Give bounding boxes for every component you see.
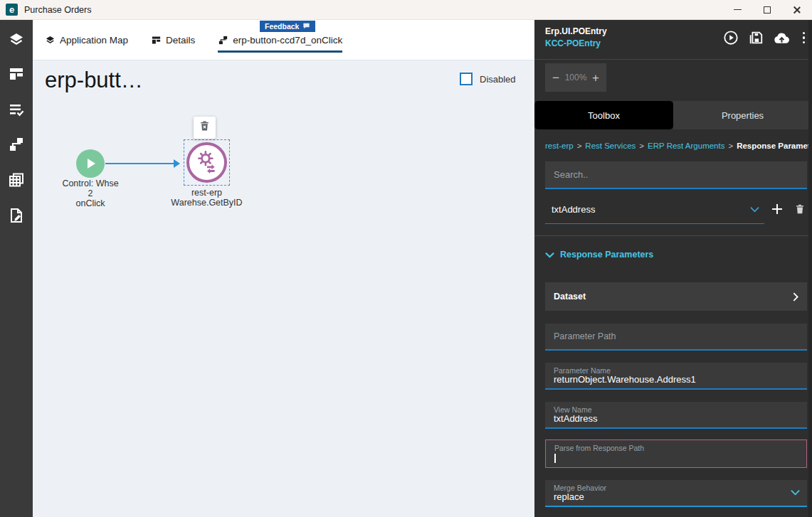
view-name-value: txtAddress: [554, 413, 597, 424]
chevron-down-icon[interactable]: [750, 206, 759, 213]
disabled-checkbox-row[interactable]: Disabled: [460, 73, 516, 85]
kebab-menu-button[interactable]: [800, 31, 808, 46]
flow-node-rest-label: rest-erp Warehse.GetByID: [157, 188, 257, 208]
section-title: Response Parameters: [560, 250, 653, 260]
trash-x-icon: [199, 120, 211, 135]
properties-panel: Erp.UI.POEntry KCC-POEntry − 100% + To: [534, 20, 812, 517]
cloud-upload-button[interactable]: [773, 30, 791, 46]
search-input[interactable]: [545, 161, 807, 189]
speech-bubble-icon: [302, 22, 310, 31]
panel-header: Erp.UI.POEntry KCC-POEntry: [534, 20, 812, 60]
flow-node-start[interactable]: [76, 149, 105, 178]
save-button[interactable]: [748, 30, 764, 46]
chevron-down-icon: [545, 248, 554, 261]
tab-properties[interactable]: Properties: [673, 101, 812, 129]
feedback-label: Feedback: [265, 22, 299, 31]
dataset-row[interactable]: Dataset: [545, 282, 807, 311]
feedback-button[interactable]: Feedback: [260, 21, 315, 32]
tab-label: Application Map: [60, 35, 128, 46]
checklist-icon: [8, 101, 25, 118]
zoom-control: − 100% +: [545, 63, 606, 92]
app-window: e Purchase Orders: [0, 0, 812, 517]
section-response-parameters[interactable]: Response Parameters: [545, 248, 653, 261]
minimize-icon: [734, 9, 742, 11]
breadcrumb-rest-services[interactable]: Rest Services: [585, 142, 636, 150]
disabled-label: Disabled: [480, 74, 516, 85]
panel-scrollbar[interactable]: [808, 20, 812, 517]
sidebar-item-layout[interactable]: [8, 65, 25, 82]
close-button[interactable]: [782, 0, 812, 19]
window-title: Purchase Orders: [24, 5, 91, 15]
tab-application-map[interactable]: Application Map: [45, 35, 128, 53]
view-name-field[interactable]: View Name txtAddress: [545, 402, 807, 429]
maximize-icon: [764, 6, 771, 14]
maximize-button[interactable]: [752, 0, 782, 19]
merge-behavior-dropdown[interactable]: Merge Behavior replace: [545, 480, 807, 507]
flow-node-rest-erp[interactable]: [186, 142, 227, 183]
page-title: erp-butt…: [45, 68, 143, 93]
selector-underline: [545, 223, 764, 225]
tab-label: Details: [166, 35, 195, 46]
play-icon: [88, 159, 95, 169]
layers-icon: [45, 35, 56, 46]
tab-toolbox[interactable]: Toolbox: [534, 101, 673, 129]
arrowhead-icon: [174, 159, 180, 168]
parameter-path-field[interactable]: Parameter Path: [545, 324, 807, 351]
parse-from-response-path-field[interactable]: Parse from Response Path: [545, 439, 807, 468]
flow-canvas[interactable]: erp-butt… Disabled Control: Whse 2 onCli…: [33, 60, 534, 517]
parameter-path-placeholder: Parameter Path: [554, 331, 616, 341]
parameter-selector-row: txtAddress: [545, 198, 807, 224]
minimize-button[interactable]: [722, 0, 752, 19]
parameter-name-field[interactable]: Parameter Name returnObject.Warehouse.Ad…: [545, 363, 807, 390]
preview-play-button[interactable]: [723, 30, 739, 46]
sidebar-item-application-map[interactable]: [8, 31, 25, 48]
breadcrumb-separator: >: [728, 142, 733, 150]
parameter-name-value: returnObject.Warehouse.Address1: [554, 374, 696, 385]
breadcrumb-rest-erp[interactable]: rest-erp: [545, 142, 574, 150]
left-sidebar: [0, 20, 33, 517]
epicor-logo-icon: e: [6, 4, 18, 16]
chevron-right-icon: [793, 292, 798, 302]
sidebar-item-grids[interactable]: [8, 171, 25, 188]
flow-node-start-label: Control: Whse 2 onClick: [48, 178, 133, 208]
add-parameter-button[interactable]: [771, 203, 783, 215]
merge-behavior-value: replace: [554, 491, 584, 502]
parse-from-response-path-label: Parse from Response Path: [554, 444, 644, 452]
gear-sync-icon: [195, 149, 219, 176]
breadcrumb-response-parameters: Response Parameters: [737, 142, 812, 150]
layer-link[interactable]: KCC-POEntry: [545, 38, 601, 48]
sidebar-item-script-editor[interactable]: [8, 207, 25, 224]
sidebar-item-checklist[interactable]: [8, 101, 25, 118]
zoom-level: 100%: [565, 73, 587, 82]
disabled-checkbox[interactable]: [460, 73, 473, 85]
zoom-in-button[interactable]: +: [592, 72, 599, 84]
dataset-label: Dataset: [554, 292, 586, 302]
document-edit-icon: [8, 207, 25, 224]
chevron-down-icon: [791, 489, 800, 496]
parameter-selector[interactable]: txtAddress: [552, 204, 595, 215]
workflow-icon: [8, 136, 25, 153]
panel-tabs: Toolbox Properties: [534, 101, 812, 129]
app-id-label: Erp.UI.POEntry: [545, 26, 607, 36]
breadcrumb-separator: >: [577, 142, 582, 150]
editor-tabbar: Application Map Details erp-button-ccd7d…: [33, 20, 534, 60]
zoom-out-button[interactable]: −: [552, 72, 559, 84]
close-icon: [793, 6, 801, 14]
text-cursor: [554, 454, 556, 463]
panel-actions: [723, 30, 808, 46]
workflow-icon: [218, 35, 228, 46]
titlebar: e Purchase Orders: [0, 0, 812, 20]
layout-icon: [8, 65, 25, 82]
delete-parameter-button[interactable]: [794, 203, 806, 215]
layout-icon: [151, 35, 162, 46]
divider: [534, 235, 812, 236]
tab-details[interactable]: Details: [151, 35, 195, 53]
delete-node-button[interactable]: [194, 117, 216, 139]
tab-label: erp-button-ccd7d_onClick: [233, 35, 342, 46]
sidebar-item-workflow[interactable]: [8, 136, 25, 153]
breadcrumb: rest-erp>Rest Services>ERP Rest Argument…: [545, 142, 812, 150]
grid-copy-icon: [8, 171, 25, 188]
tab-erp-button-onclick[interactable]: erp-button-ccd7d_onClick: [218, 35, 342, 53]
breadcrumb-erp-rest-arguments[interactable]: ERP Rest Arguments: [648, 142, 724, 150]
layers-icon: [8, 31, 25, 48]
